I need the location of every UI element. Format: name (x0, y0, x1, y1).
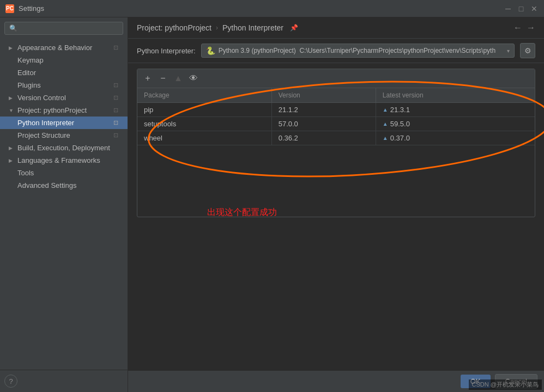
sidebar-item-label: Plugins (17, 81, 41, 89)
table-row: pip21.1.2▲ 21.3.1 (137, 103, 535, 117)
packages-table-wrapper: + − ▲ 👁 Package Version Latest version (137, 69, 535, 217)
remove-package-button[interactable]: − (157, 72, 169, 84)
col-header-latest: Latest version (376, 88, 535, 103)
sidebar-content: Appearance & Behavior ⊡ Keymap Editor Pl… (0, 39, 128, 370)
interpreter-row: Python Interpreter: 🐍 Python 3.9 (python… (128, 39, 544, 63)
search-input[interactable] (21, 24, 118, 32)
maximize-button[interactable]: □ (517, 4, 525, 13)
breadcrumb-project: Project: pythonProject (137, 23, 211, 32)
sidebar-item-version-control[interactable]: Version Control ⊡ (0, 91, 128, 104)
chevron-icon (9, 95, 14, 101)
version-upgrade-indicator: ▲ 21.3.1 (383, 106, 528, 114)
sidebar-item-languages-frameworks[interactable]: Languages & Frameworks (0, 154, 128, 167)
sidebar-item-editor[interactable]: Editor (0, 66, 128, 79)
sidebar-item-label: Tools (17, 169, 34, 177)
col-header-package: Package (137, 88, 271, 103)
interpreter-select[interactable]: 🐍 Python 3.9 (pythonProject) C:\Users\Tu… (201, 44, 515, 58)
sidebar-item-label: Version Control (17, 94, 66, 102)
upgrade-arrow-icon: ▲ (383, 121, 388, 127)
repo-icon: ⊡ (113, 132, 121, 139)
table-header-row: Package Version Latest version (137, 88, 535, 103)
move-up-button[interactable]: ▲ (172, 72, 184, 84)
title-bar: PC Settings ─ □ ✕ (0, 0, 544, 17)
repo-icon: ⊡ (113, 94, 121, 102)
cell-package: setuptools (137, 117, 271, 131)
title-bar-controls: ─ □ ✕ (504, 4, 539, 13)
search-box[interactable]: 🔍 (4, 22, 123, 35)
sidebar-item-build-execution[interactable]: Build, Execution, Deployment (0, 142, 128, 154)
sidebar-item-advanced-settings[interactable]: Advanced Settings (0, 179, 128, 192)
col-header-version: Version (271, 88, 376, 103)
close-button[interactable]: ✕ (530, 4, 539, 13)
sidebar-bottom: ? (0, 370, 128, 392)
chevron-icon (9, 158, 14, 163)
sidebar-item-label: Editor (17, 69, 36, 77)
breadcrumb-nav: ← → (513, 23, 535, 33)
sidebar-item-label: Project: pythonProject (17, 106, 87, 114)
python-icon: 🐍 (206, 46, 215, 55)
sidebar-item-python-interpreter[interactable]: Python Interpreter ⊡ (0, 117, 128, 129)
cell-package: pip (137, 103, 271, 117)
content-spacer (128, 223, 544, 370)
table-row: wheel0.36.2▲ 0.37.0 (137, 131, 535, 145)
cell-version: 57.0.0 (271, 117, 376, 131)
interpreter-select-text: Python 3.9 (pythonProject) C:\Users\Turn… (219, 47, 504, 54)
sidebar-item-appearance[interactable]: Appearance & Behavior ⊡ (0, 41, 128, 54)
pin-icon: 📌 (290, 24, 298, 32)
chevron-icon (9, 108, 14, 113)
chevron-icon (9, 145, 14, 151)
sidebar-item-project[interactable]: Project: pythonProject ⊡ (0, 104, 128, 117)
help-button[interactable]: ? (4, 375, 17, 388)
sidebar-item-label: Project Structure (17, 131, 70, 139)
cell-latest-version: ▲ 59.5.0 (376, 117, 535, 131)
sidebar-item-plugins[interactable]: Plugins ⊡ (0, 79, 128, 91)
sidebar-item-label: Languages & Frameworks (17, 156, 100, 164)
sidebar: 🔍 Appearance & Behavior ⊡ Keymap Editor (0, 17, 128, 392)
sidebar-item-label: Keymap (17, 56, 44, 64)
cell-version: 0.36.2 (271, 131, 376, 145)
cell-latest-version: ▲ 0.37.0 (376, 131, 535, 145)
packages-table: Package Version Latest version pip21.1.2… (137, 88, 535, 145)
eye-button[interactable]: 👁 (188, 72, 200, 84)
cell-package: wheel (137, 131, 271, 145)
app-icon: PC (5, 4, 14, 13)
gear-button[interactable]: ⚙ (520, 43, 535, 58)
version-upgrade-indicator: ▲ 0.37.0 (383, 134, 528, 142)
sidebar-item-label: Appearance & Behavior (17, 44, 92, 52)
main-layout: 🔍 Appearance & Behavior ⊡ Keymap Editor (0, 17, 544, 392)
cell-latest-version: ▲ 21.3.1 (376, 103, 535, 117)
repo-icon: ⊡ (113, 44, 121, 52)
search-icon: 🔍 (9, 24, 17, 32)
table-container: Package Version Latest version pip21.1.2… (137, 88, 535, 217)
dropdown-arrow-icon: ▾ (507, 48, 510, 54)
repo-icon: ⊡ (113, 119, 121, 127)
window-title: Settings (19, 4, 44, 13)
content-area: Project: pythonProject › Python Interpre… (128, 17, 544, 392)
sidebar-item-project-structure[interactable]: Project Structure ⊡ (0, 129, 128, 142)
upgrade-arrow-icon: ▲ (383, 107, 388, 113)
nav-forward-button[interactable]: → (527, 23, 535, 33)
sidebar-item-label: Python Interpreter (17, 119, 74, 127)
sidebar-item-tools[interactable]: Tools (0, 167, 128, 179)
interpreter-label: Python Interpreter: (137, 47, 196, 55)
csdn-watermark: CSDN @开机发呆小菜鸟 (469, 379, 542, 390)
sidebar-item-keymap[interactable]: Keymap (0, 54, 128, 66)
upgrade-arrow-icon: ▲ (383, 135, 388, 141)
minimize-button[interactable]: ─ (504, 4, 512, 13)
table-row: setuptools57.0.0▲ 59.5.0 (137, 117, 535, 131)
repo-icon: ⊡ (113, 107, 121, 114)
nav-back-button[interactable]: ← (513, 23, 522, 33)
breadcrumb: Project: pythonProject › Python Interpre… (128, 17, 544, 39)
table-toolbar: + − ▲ 👁 (137, 69, 535, 88)
plugin-repo-icon: ⊡ (113, 82, 121, 89)
sidebar-item-label: Advanced Settings (17, 181, 76, 189)
version-upgrade-indicator: ▲ 59.5.0 (383, 120, 528, 128)
chevron-icon (9, 45, 14, 51)
breadcrumb-separator: › (216, 24, 218, 32)
add-package-button[interactable]: + (142, 72, 154, 84)
breadcrumb-current: Python Interpreter (222, 23, 283, 32)
sidebar-item-label: Build, Execution, Deployment (17, 144, 110, 152)
cell-version: 21.1.2 (271, 103, 376, 117)
